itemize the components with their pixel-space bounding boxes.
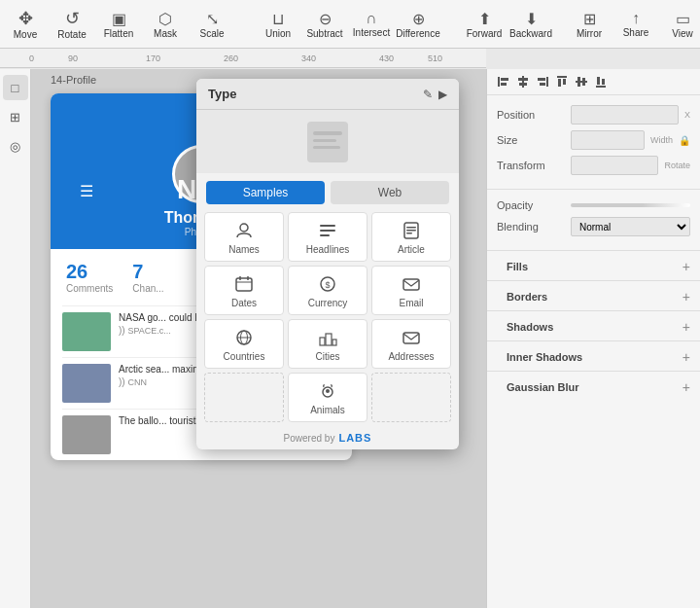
- transform-input[interactable]: [571, 156, 658, 175]
- gaussian-blur-label[interactable]: Gaussian Blur: [497, 377, 589, 397]
- svg-rect-41: [578, 77, 580, 87]
- position-label: Position: [497, 109, 565, 121]
- inner-shadows-add-btn[interactable]: +: [682, 349, 690, 365]
- svg-rect-45: [602, 79, 605, 85]
- toolbar-move[interactable]: ✥ Move: [8, 8, 43, 40]
- email-label: Email: [399, 298, 423, 308]
- toolbar-union[interactable]: ⊔ Union: [261, 10, 296, 39]
- stat-channels: 7 Chan...: [132, 261, 163, 294]
- toolbar-difference[interactable]: ⊕ Difference: [401, 10, 436, 39]
- align-right-icon[interactable]: [534, 73, 551, 90]
- svg-rect-38: [558, 79, 561, 87]
- borders-label[interactable]: Borders: [497, 287, 557, 306]
- stat-channels-label: Chan...: [132, 283, 163, 294]
- tab-web[interactable]: Web: [331, 181, 449, 204]
- svg-rect-2: [313, 139, 336, 142]
- svg-rect-22: [320, 338, 325, 345]
- toolbar-share[interactable]: ↑ Share: [618, 10, 653, 38]
- inner-shadows-label[interactable]: Inner Shadows: [497, 347, 592, 367]
- countries-icon: [234, 328, 254, 347]
- gaussian-blur-add-btn[interactable]: +: [682, 379, 690, 395]
- dates-label: Dates: [231, 298, 257, 308]
- align-top-icon[interactable]: [553, 73, 571, 90]
- toolbar-backward[interactable]: ⬇ Backward: [513, 10, 548, 39]
- x-label: X: [684, 110, 690, 120]
- type-cell-animals[interactable]: Animals: [288, 373, 368, 422]
- type-cell-empty-2[interactable]: [371, 373, 451, 422]
- opacity-section: Opacity Blending Normal: [487, 192, 700, 250]
- panel-divider-5: [487, 310, 700, 311]
- rotate-label: Rotate: [664, 161, 690, 170]
- sidebar-icon-shared[interactable]: ◎: [3, 133, 28, 159]
- blending-select[interactable]: Normal: [571, 217, 690, 236]
- opacity-slider[interactable]: [571, 203, 690, 207]
- type-cell-currency[interactable]: $ Currency: [288, 266, 368, 315]
- ruler-mark-0: 0: [29, 54, 34, 63]
- tab-samples[interactable]: Samples: [206, 181, 325, 204]
- powered-by-text: Powered by: [284, 433, 335, 444]
- toolbar-flatten[interactable]: ▣ Flatten: [101, 10, 136, 39]
- lock-icon: 🔒: [679, 135, 690, 146]
- type-expand-icon[interactable]: ▶: [438, 88, 447, 101]
- svg-rect-3: [313, 146, 340, 149]
- toolbar-intersect[interactable]: ∩ Intersect: [354, 10, 389, 38]
- toolbar-mirror[interactable]: ⊞ Mirror: [572, 10, 607, 39]
- svg-rect-6: [320, 230, 335, 232]
- toolbar-rotate[interactable]: ↺ Rotate: [54, 8, 89, 40]
- shadows-add-btn[interactable]: +: [682, 319, 690, 335]
- type-cell-cities[interactable]: Cities: [288, 319, 368, 369]
- svg-rect-40: [576, 81, 587, 83]
- ruler-mark-430: 430: [379, 54, 394, 63]
- size-label: Size: [497, 134, 565, 146]
- type-cell-countries[interactable]: Countries: [204, 319, 284, 369]
- ruler-mark-90: 90: [68, 54, 78, 63]
- currency-icon: $: [318, 274, 337, 294]
- type-cell-addresses[interactable]: Addresses: [371, 319, 451, 369]
- gaussian-blur-header: Gaussian Blur +: [487, 374, 700, 401]
- toolbar-subtract[interactable]: ⊖ Subtract: [307, 10, 342, 39]
- toolbar-mask[interactable]: ⬡ Mask: [148, 10, 183, 39]
- fills-add-btn[interactable]: +: [682, 259, 690, 274]
- svg-rect-25: [403, 333, 419, 343]
- align-left-icon[interactable]: [495, 73, 512, 90]
- align-center-icon[interactable]: [514, 73, 532, 90]
- panel-divider-6: [487, 340, 700, 341]
- svg-rect-23: [326, 334, 332, 345]
- sidebar-icon-layers[interactable]: □: [3, 75, 28, 100]
- toolbar: ✥ Move ↺ Rotate ▣ Flatten ⬡ Mask ⤡ Scale…: [0, 0, 700, 49]
- shadows-label[interactable]: Shadows: [497, 317, 563, 337]
- stat-comments-num: 26: [66, 261, 113, 283]
- svg-rect-32: [518, 78, 528, 81]
- blending-label: Blending: [497, 221, 565, 232]
- panel-divider-1: [487, 94, 700, 95]
- size-width-input[interactable]: [571, 130, 645, 150]
- panel-divider-2: [487, 189, 700, 190]
- stat-comments: 26 Comments: [66, 261, 113, 294]
- toolbar-scale[interactable]: ⤡ Scale: [194, 10, 229, 39]
- align-middle-icon[interactable]: [573, 73, 590, 90]
- toolbar-view[interactable]: ▭ View: [665, 10, 700, 39]
- type-cell-names[interactable]: Names: [204, 212, 284, 262]
- position-x-input[interactable]: [571, 105, 679, 125]
- type-cell-headlines[interactable]: Headlines: [288, 212, 368, 262]
- type-cell-email[interactable]: Email: [371, 266, 451, 315]
- type-cell-dates[interactable]: Dates: [204, 266, 284, 315]
- svg-rect-12: [236, 278, 252, 291]
- borders-add-btn[interactable]: +: [682, 289, 690, 304]
- headlines-icon: [318, 221, 337, 240]
- headlines-label: Headlines: [306, 244, 349, 255]
- position-row: Position X: [497, 105, 690, 125]
- align-bottom-icon[interactable]: [592, 73, 610, 90]
- email-icon: [402, 274, 421, 294]
- fills-label[interactable]: Fills: [497, 257, 538, 276]
- svg-rect-39: [563, 79, 566, 85]
- type-cell-empty-1[interactable]: [204, 373, 284, 422]
- cities-icon: [318, 328, 337, 347]
- toolbar-forward[interactable]: ⬆ Forward: [467, 10, 502, 39]
- type-cell-article[interactable]: Article: [371, 212, 451, 262]
- opacity-label: Opacity: [497, 199, 565, 211]
- panel-divider-3: [487, 250, 700, 251]
- type-edit-icon[interactable]: ✎: [423, 88, 433, 101]
- news-thumb-1: [62, 312, 111, 351]
- sidebar-icon-components[interactable]: ⊞: [3, 104, 28, 129]
